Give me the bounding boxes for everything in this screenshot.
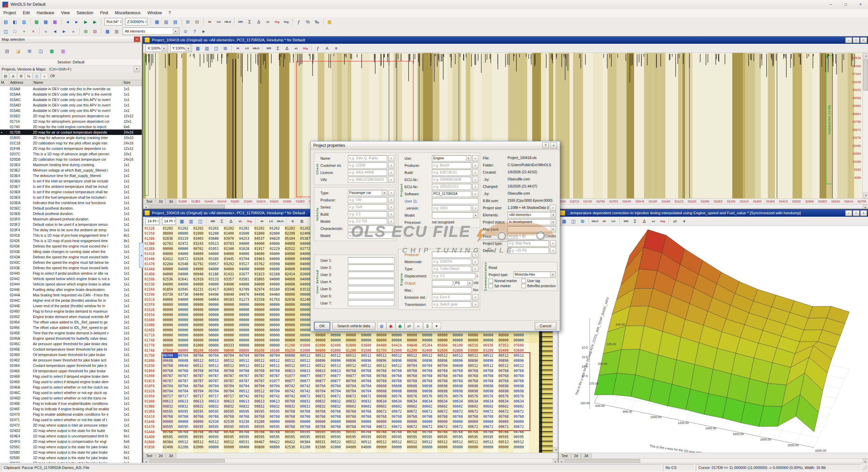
- hex-value[interactable]: 03805: [254, 277, 270, 282]
- hex-value[interactable]: 00672: [376, 409, 392, 414]
- hex-value[interactable]: 03346: [285, 287, 300, 292]
- hex-value[interactable]: 01186: [209, 272, 224, 277]
- menu-project[interactable]: Project: [0, 9, 19, 17]
- hex-value[interactable]: 00512: [498, 353, 514, 358]
- hex-value[interactable]: 02414: [285, 272, 300, 277]
- sum-icon[interactable]: Σ: [273, 44, 282, 52]
- hex-value[interactable]: 00768: [254, 429, 270, 434]
- hex-value[interactable]: 04000: [239, 267, 254, 272]
- hex-value[interactable]: 00768: [514, 414, 529, 419]
- hex-value[interactable]: 00595: [193, 434, 209, 439]
- hex-value[interactable]: 02926: [193, 256, 209, 261]
- map-view-icon[interactable]: ▦: [103, 27, 112, 35]
- hex-value[interactable]: 00602: [437, 404, 453, 409]
- hex-value[interactable]: 00000: [254, 322, 270, 328]
- hex-value[interactable]: 00768: [376, 378, 392, 383]
- hex-value[interactable]: 00608: [392, 383, 407, 389]
- decimal-view-icon[interactable]: 355: [208, 217, 217, 225]
- hex-value[interactable]: 00000: [254, 317, 270, 322]
- field-combo[interactable]: ▼: [432, 212, 478, 218]
- hex-value[interactable]: 00672: [468, 409, 483, 414]
- last-element-icon[interactable]: »: [69, 27, 78, 35]
- hex-value[interactable]: 02000: [193, 445, 209, 450]
- hex-value[interactable]: 00000: [224, 322, 239, 328]
- hex-value[interactable]: 00000: [270, 312, 285, 317]
- hex-value[interactable]: 04000: [193, 251, 209, 256]
- list-mode-icon[interactable]: ≡: [332, 44, 340, 52]
- hex-value[interactable]: 00000: [285, 419, 300, 424]
- hex-value[interactable]: 04848: [407, 343, 422, 348]
- hex-value[interactable]: 00768: [178, 368, 193, 373]
- decimal-view-icon[interactable]: 355: [622, 217, 630, 225]
- hex-value[interactable]: 00768: [392, 378, 407, 383]
- hex-value[interactable]: 00896: [346, 358, 361, 363]
- hex-value[interactable]: 00634: [498, 399, 514, 404]
- hex-value[interactable]: 00512: [376, 363, 392, 368]
- hex-value[interactable]: 01202: [209, 226, 224, 231]
- low-values-icon[interactable]: LO: [267, 217, 275, 225]
- hex-row[interactable]: 019B800832008320083200832008320083200832…: [143, 404, 539, 409]
- hex-value[interactable]: 02972: [178, 241, 193, 246]
- hex-value[interactable]: 00813: [285, 368, 300, 373]
- hex-value[interactable]: 00608: [376, 389, 392, 394]
- hex-value[interactable]: 00512: [483, 363, 498, 368]
- hex-value[interactable]: 00000: [193, 307, 209, 312]
- map-row[interactable]: 02440Flag to select if pedal position wi…: [0, 271, 142, 276]
- map-row[interactable]: 020D82D calibration map for coolant temp…: [0, 157, 142, 162]
- hex-value[interactable]: 04253: [239, 236, 254, 241]
- plus-minus-icon[interactable]: ±1: [236, 217, 244, 225]
- hex-value[interactable]: 00000: [331, 419, 346, 424]
- hex-value[interactable]: 00595: [346, 434, 361, 439]
- hex-value[interactable]: 00800: [254, 445, 270, 450]
- hex-value[interactable]: 00000: [178, 322, 193, 328]
- window-maximize-icon[interactable]: □: [853, 37, 860, 43]
- columns-icon[interactable]: ◫: [33, 73, 40, 79]
- field-input[interactable]: e.g. Switch gear: [432, 301, 471, 308]
- hex-value[interactable]: 00768: [468, 368, 483, 373]
- hex-value[interactable]: 00595: [331, 434, 346, 439]
- hex-value[interactable]: 00672: [453, 409, 468, 414]
- hex-value[interactable]: 00768: [483, 373, 498, 378]
- detail-button[interactable]: ›: [550, 248, 556, 254]
- hex-value[interactable]: 00000: [178, 246, 193, 251]
- window-maximize-icon[interactable]: □: [853, 210, 860, 216]
- low-values-icon[interactable]: LO: [609, 217, 618, 225]
- hex-value[interactable]: 00512: [361, 363, 376, 368]
- hex-value[interactable]: 01200: [209, 231, 224, 236]
- field-input[interactable]: e.g. 2.0 TDI: [348, 218, 387, 224]
- group-icon[interactable]: ⊞: [17, 73, 25, 79]
- hex-value[interactable]: 00000: [163, 419, 178, 424]
- field-input[interactable]: e.g. John Q. Public: [348, 155, 387, 161]
- map-row[interactable]: 02426This is a 1D map of post-heat engag…: [0, 238, 142, 243]
- hex-value[interactable]: 00512: [209, 439, 224, 445]
- tab-text[interactable]: Text: [558, 453, 571, 458]
- hex-value[interactable]: 00768: [376, 429, 392, 434]
- field-input[interactable]: e.g. RZB: [348, 225, 394, 232]
- hex-value[interactable]: 04400: [376, 343, 392, 348]
- detail-button[interactable]: ›: [472, 259, 478, 265]
- hex-value[interactable]: 00768: [483, 414, 498, 419]
- hex-value[interactable]: 02000: [331, 445, 346, 450]
- hex-value[interactable]: 00602: [392, 404, 407, 409]
- hex-value[interactable]: 03230: [239, 419, 254, 424]
- permille-icon[interactable]: ‰: [313, 18, 321, 26]
- menu-find[interactable]: Find: [97, 9, 111, 17]
- hex-row[interactable]: 019E800595005950059500595005950059500595…: [143, 409, 539, 414]
- map-row[interactable]: 023E6Is set if the inlet air temperature…: [0, 178, 142, 184]
- hex-value[interactable]: 00768: [270, 429, 285, 434]
- hex-row[interactable]: 01A1800768007680076800768007680076800768…: [143, 414, 539, 419]
- hex-value[interactable]: 00896: [514, 358, 529, 363]
- hex-value[interactable]: 04000: [254, 267, 270, 272]
- hex-value[interactable]: 01200: [300, 445, 315, 450]
- hex-value[interactable]: 00595: [224, 434, 239, 439]
- spinner[interactable]: ▴▾: [120, 20, 121, 23]
- hex-value[interactable]: 00768: [422, 373, 437, 378]
- hex-value[interactable]: 00768: [361, 409, 376, 414]
- hex-value[interactable]: 01273: [239, 297, 254, 302]
- detail-button[interactable]: ›: [472, 205, 478, 211]
- hex-value[interactable]: 02000: [270, 231, 285, 236]
- hex-value[interactable]: 04460: [270, 292, 285, 297]
- hex-value[interactable]: 00698: [514, 389, 529, 394]
- hex-value[interactable]: 00704: [270, 353, 285, 358]
- detail-button[interactable]: ›: [472, 301, 478, 308]
